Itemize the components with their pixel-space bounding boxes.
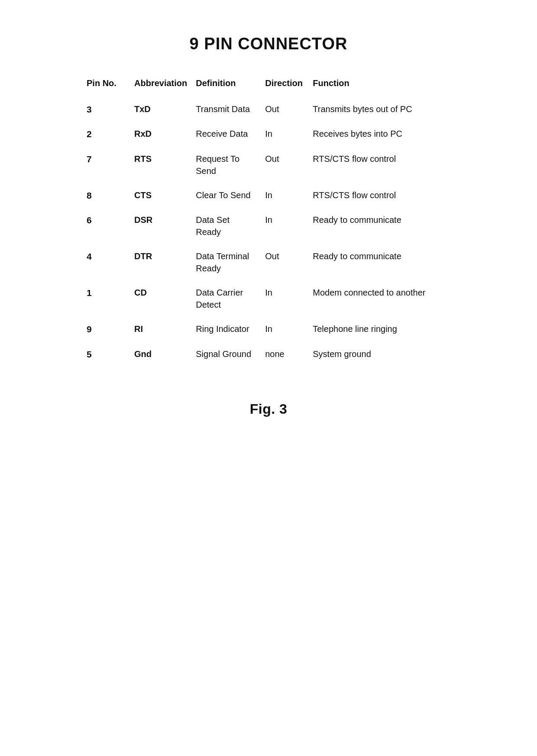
cell-pin-no: 2 bbox=[82, 122, 130, 146]
table-row: 5GndSignal GroundnoneSystem ground bbox=[82, 342, 455, 367]
cell-abbreviation: RxD bbox=[130, 122, 191, 146]
cell-definition: Ring Indicator bbox=[191, 317, 261, 341]
fig-caption: Fig. 3 bbox=[82, 401, 455, 417]
cell-definition: Data Terminal Ready bbox=[191, 244, 261, 280]
cell-function: Ready to communicate bbox=[308, 244, 455, 280]
cell-direction: In bbox=[261, 280, 308, 317]
table-row: 6DSRData Set ReadyInReady to communicate bbox=[82, 208, 455, 244]
cell-function: Receives bytes into PC bbox=[308, 122, 455, 146]
cell-pin-no: 7 bbox=[82, 147, 130, 183]
cell-function: System ground bbox=[308, 342, 455, 367]
cell-pin-no: 5 bbox=[82, 342, 130, 367]
cell-definition: Signal Ground bbox=[191, 342, 261, 367]
page-title: 9 PIN CONNECTOR bbox=[82, 35, 455, 53]
cell-definition: Request To Send bbox=[191, 147, 261, 183]
cell-direction: Out bbox=[261, 97, 308, 122]
cell-function: Modem connected to another bbox=[308, 280, 455, 317]
cell-definition: Data Carrier Detect bbox=[191, 280, 261, 317]
cell-function: Telephone line ringing bbox=[308, 317, 455, 341]
table-header-row: Pin No. Abbreviation Definition Directio… bbox=[82, 75, 455, 97]
cell-abbreviation: Gnd bbox=[130, 342, 191, 367]
cell-pin-no: 3 bbox=[82, 97, 130, 122]
table-body: 3TxDTransmit DataOutTransmits bytes out … bbox=[82, 97, 455, 367]
cell-direction: In bbox=[261, 317, 308, 341]
col-header-definition: Definition bbox=[191, 75, 261, 97]
table-row: 7RTSRequest To SendOutRTS/CTS flow contr… bbox=[82, 147, 455, 183]
table-row: 9RIRing IndicatorInTelephone line ringin… bbox=[82, 317, 455, 341]
cell-pin-no: 9 bbox=[82, 317, 130, 341]
cell-pin-no: 8 bbox=[82, 183, 130, 208]
table-row: 8CTSClear To SendInRTS/CTS flow control bbox=[82, 183, 455, 208]
cell-abbreviation: RI bbox=[130, 317, 191, 341]
table-row: 4DTRData Terminal ReadyOutReady to commu… bbox=[82, 244, 455, 280]
cell-definition: Clear To Send bbox=[191, 183, 261, 208]
cell-definition: Data Set Ready bbox=[191, 208, 261, 244]
cell-abbreviation: DSR bbox=[130, 208, 191, 244]
col-header-direction: Direction bbox=[261, 75, 308, 97]
table-row: 1CDData Carrier DetectInModem connected … bbox=[82, 280, 455, 317]
cell-abbreviation: CD bbox=[130, 280, 191, 317]
cell-definition: Transmit Data bbox=[191, 97, 261, 122]
cell-direction: none bbox=[261, 342, 308, 367]
cell-abbreviation: CTS bbox=[130, 183, 191, 208]
col-header-abbrev: Abbreviation bbox=[130, 75, 191, 97]
col-header-pin: Pin No. bbox=[82, 75, 130, 97]
cell-abbreviation: DTR bbox=[130, 244, 191, 280]
cell-direction: In bbox=[261, 122, 308, 146]
cell-definition: Receive Data bbox=[191, 122, 261, 146]
cell-abbreviation: RTS bbox=[130, 147, 191, 183]
page-container: 9 PIN CONNECTOR Pin No. Abbreviation Def… bbox=[74, 17, 463, 434]
cell-abbreviation: TxD bbox=[130, 97, 191, 122]
cell-direction: In bbox=[261, 208, 308, 244]
cell-function: Transmits bytes out of PC bbox=[308, 97, 455, 122]
cell-pin-no: 1 bbox=[82, 280, 130, 317]
col-header-function: Function bbox=[308, 75, 455, 97]
cell-function: RTS/CTS flow control bbox=[308, 147, 455, 183]
table-row: 2RxDReceive DataInReceives bytes into PC bbox=[82, 122, 455, 146]
cell-direction: In bbox=[261, 183, 308, 208]
table-row: 3TxDTransmit DataOutTransmits bytes out … bbox=[82, 97, 455, 122]
cell-direction: Out bbox=[261, 244, 308, 280]
cell-pin-no: 6 bbox=[82, 208, 130, 244]
cell-pin-no: 4 bbox=[82, 244, 130, 280]
cell-function: Ready to communicate bbox=[308, 208, 455, 244]
cell-function: RTS/CTS flow control bbox=[308, 183, 455, 208]
cell-direction: Out bbox=[261, 147, 308, 183]
connector-table: Pin No. Abbreviation Definition Directio… bbox=[82, 75, 455, 367]
